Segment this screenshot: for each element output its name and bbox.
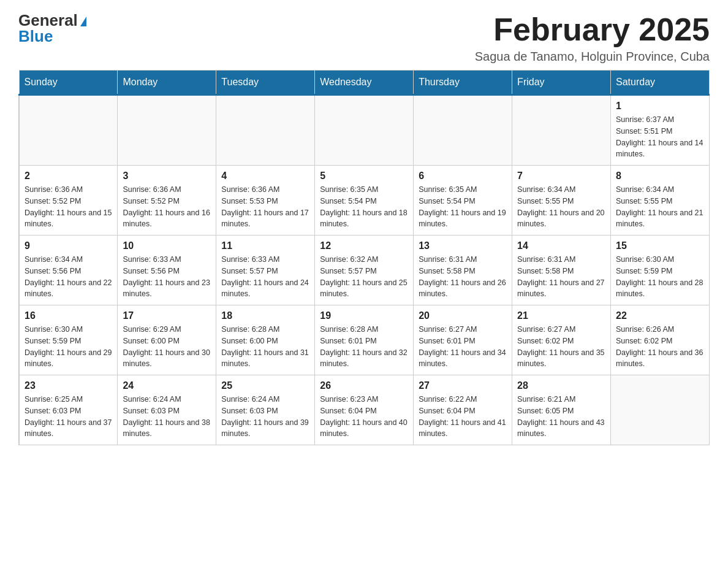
day-number: 15 [616,240,704,251]
day-info: Sunrise: 6:29 AMSunset: 6:00 PMDaylight:… [123,324,211,370]
day-info: Sunrise: 6:36 AMSunset: 5:52 PMDaylight:… [25,184,112,230]
calendar-day-cell: 9Sunrise: 6:34 AMSunset: 5:56 PMDaylight… [19,236,118,305]
calendar-day-cell: 18Sunrise: 6:28 AMSunset: 6:00 PMDayligh… [216,305,315,375]
day-info: Sunrise: 6:24 AMSunset: 6:03 PMDaylight:… [221,394,309,440]
day-number: 5 [320,170,408,182]
page-header: General Blue February 2025 Sagua de Tana… [18,12,710,64]
calendar-day-cell: 3Sunrise: 6:36 AMSunset: 5:52 PMDaylight… [118,166,216,236]
calendar-body: 1Sunrise: 6:37 AMSunset: 5:51 PMDaylight… [19,95,710,445]
day-number: 9 [25,240,112,251]
calendar-day-cell: 11Sunrise: 6:33 AMSunset: 5:57 PMDayligh… [216,236,315,305]
day-info: Sunrise: 6:35 AMSunset: 5:54 PMDaylight:… [320,184,408,230]
calendar-header-cell: Thursday [414,71,512,95]
page-subtitle: Sagua de Tanamo, Holguin Province, Cuba [475,50,710,64]
day-number: 4 [221,170,309,182]
calendar-header-cell: Friday [512,71,611,95]
calendar-header-row: SundayMondayTuesdayWednesdayThursdayFrid… [19,71,710,95]
calendar-day-cell: 15Sunrise: 6:30 AMSunset: 5:59 PMDayligh… [611,236,710,305]
calendar-day-cell: 4Sunrise: 6:36 AMSunset: 5:53 PMDaylight… [216,166,315,236]
day-number: 26 [320,380,408,391]
day-info: Sunrise: 6:24 AMSunset: 6:03 PMDaylight:… [123,394,211,440]
day-number: 27 [419,380,507,391]
day-info: Sunrise: 6:27 AMSunset: 6:01 PMDaylight:… [419,324,507,370]
calendar-day-cell: 16Sunrise: 6:30 AMSunset: 5:59 PMDayligh… [19,305,118,375]
calendar-header-cell: Sunday [19,71,118,95]
calendar-day-cell: 1Sunrise: 6:37 AMSunset: 5:51 PMDaylight… [611,95,710,166]
calendar-day-cell [611,375,710,445]
day-info: Sunrise: 6:35 AMSunset: 5:54 PMDaylight:… [419,184,507,230]
calendar-day-cell: 17Sunrise: 6:29 AMSunset: 6:00 PMDayligh… [118,305,216,375]
day-info: Sunrise: 6:36 AMSunset: 5:52 PMDaylight:… [123,184,211,230]
day-number: 20 [419,310,507,321]
logo-general-text: General [18,12,78,28]
calendar-table: SundayMondayTuesdayWednesdayThursdayFrid… [18,70,710,445]
calendar-day-cell [118,95,216,166]
day-number: 16 [25,310,112,321]
calendar-day-cell: 20Sunrise: 6:27 AMSunset: 6:01 PMDayligh… [414,305,512,375]
calendar-day-cell: 13Sunrise: 6:31 AMSunset: 5:58 PMDayligh… [414,236,512,305]
day-info: Sunrise: 6:31 AMSunset: 5:58 PMDaylight:… [419,254,507,300]
calendar-day-cell: 25Sunrise: 6:24 AMSunset: 6:03 PMDayligh… [216,375,315,445]
day-number: 11 [221,240,309,251]
calendar-day-cell: 24Sunrise: 6:24 AMSunset: 6:03 PMDayligh… [118,375,216,445]
day-number: 8 [616,170,704,182]
day-info: Sunrise: 6:32 AMSunset: 5:57 PMDaylight:… [320,254,408,300]
logo-blue-text: Blue [18,28,53,44]
day-info: Sunrise: 6:30 AMSunset: 5:59 PMDaylight:… [616,254,704,300]
calendar-day-cell [19,95,118,166]
calendar-day-cell [216,95,315,166]
calendar-day-cell [414,95,512,166]
day-info: Sunrise: 6:28 AMSunset: 6:01 PMDaylight:… [320,324,408,370]
calendar-day-cell: 5Sunrise: 6:35 AMSunset: 5:54 PMDaylight… [315,166,414,236]
calendar-header-cell: Saturday [611,71,710,95]
calendar-day-cell: 14Sunrise: 6:31 AMSunset: 5:58 PMDayligh… [512,236,611,305]
day-number: 22 [616,310,704,321]
calendar-day-cell: 21Sunrise: 6:27 AMSunset: 6:02 PMDayligh… [512,305,611,375]
calendar-day-cell: 2Sunrise: 6:36 AMSunset: 5:52 PMDaylight… [19,166,118,236]
day-info: Sunrise: 6:25 AMSunset: 6:03 PMDaylight:… [25,394,112,440]
calendar-day-cell [512,95,611,166]
page-title: February 2025 [475,12,710,47]
day-number: 24 [123,380,211,391]
calendar-header-cell: Monday [118,71,216,95]
day-info: Sunrise: 6:34 AMSunset: 5:55 PMDaylight:… [616,184,704,230]
calendar-day-cell: 10Sunrise: 6:33 AMSunset: 5:56 PMDayligh… [118,236,216,305]
day-number: 28 [517,380,605,391]
day-info: Sunrise: 6:34 AMSunset: 5:56 PMDaylight:… [25,254,112,300]
calendar-day-cell: 27Sunrise: 6:22 AMSunset: 6:04 PMDayligh… [414,375,512,445]
calendar-day-cell: 22Sunrise: 6:26 AMSunset: 6:02 PMDayligh… [611,305,710,375]
day-number: 7 [517,170,605,182]
calendar-day-cell: 28Sunrise: 6:21 AMSunset: 6:05 PMDayligh… [512,375,611,445]
calendar-header-cell: Wednesday [315,71,414,95]
day-number: 18 [221,310,309,321]
calendar-day-cell: 23Sunrise: 6:25 AMSunset: 6:03 PMDayligh… [19,375,118,445]
day-info: Sunrise: 6:31 AMSunset: 5:58 PMDaylight:… [517,254,605,300]
day-number: 13 [419,240,507,251]
day-info: Sunrise: 6:33 AMSunset: 5:57 PMDaylight:… [221,254,309,300]
day-number: 1 [616,101,704,112]
calendar-day-cell: 26Sunrise: 6:23 AMSunset: 6:04 PMDayligh… [315,375,414,445]
day-number: 2 [25,170,112,182]
day-info: Sunrise: 6:21 AMSunset: 6:05 PMDaylight:… [517,394,605,440]
calendar-day-cell: 6Sunrise: 6:35 AMSunset: 5:54 PMDaylight… [414,166,512,236]
calendar-day-cell [315,95,414,166]
day-info: Sunrise: 6:22 AMSunset: 6:04 PMDaylight:… [419,394,507,440]
day-number: 6 [419,170,507,182]
calendar-day-cell: 19Sunrise: 6:28 AMSunset: 6:01 PMDayligh… [315,305,414,375]
day-number: 12 [320,240,408,251]
calendar-day-cell: 8Sunrise: 6:34 AMSunset: 5:55 PMDaylight… [611,166,710,236]
day-info: Sunrise: 6:33 AMSunset: 5:56 PMDaylight:… [123,254,211,300]
calendar-week-row: 2Sunrise: 6:36 AMSunset: 5:52 PMDaylight… [19,166,710,236]
day-info: Sunrise: 6:28 AMSunset: 6:00 PMDaylight:… [221,324,309,370]
day-info: Sunrise: 6:34 AMSunset: 5:55 PMDaylight:… [517,184,605,230]
logo: General Blue [18,12,86,44]
day-number: 17 [123,310,211,321]
calendar-week-row: 16Sunrise: 6:30 AMSunset: 5:59 PMDayligh… [19,305,710,375]
calendar-header: SundayMondayTuesdayWednesdayThursdayFrid… [19,71,710,95]
day-info: Sunrise: 6:37 AMSunset: 5:51 PMDaylight:… [616,114,704,160]
day-number: 3 [123,170,211,182]
calendar-week-row: 9Sunrise: 6:34 AMSunset: 5:56 PMDaylight… [19,236,710,305]
title-section: February 2025 Sagua de Tanamo, Holguin P… [475,12,710,64]
day-number: 25 [221,380,309,391]
calendar-header-cell: Tuesday [216,71,315,95]
